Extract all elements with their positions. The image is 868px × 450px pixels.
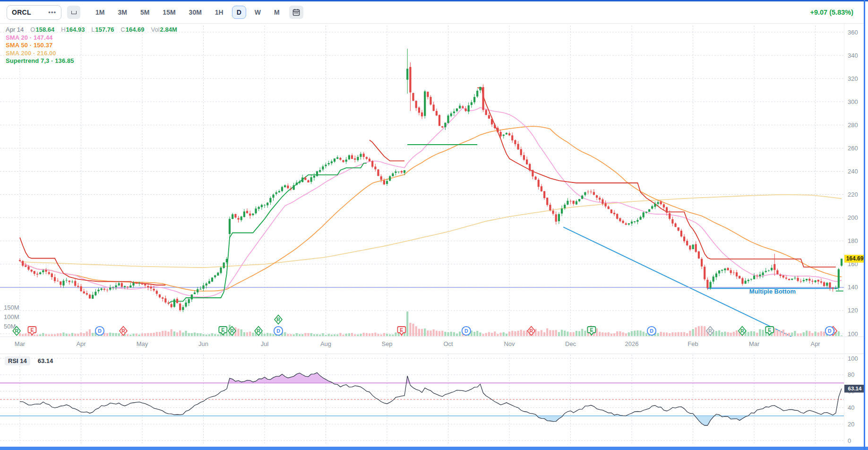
supertrend-down-segment: [20, 237, 165, 285]
time-axis-label[interactable]: Mar: [15, 340, 26, 347]
time-axis-label[interactable]: Nov: [504, 340, 515, 347]
chart-style-icon: [71, 11, 77, 14]
rsi-axis-label: 0: [848, 437, 851, 444]
calendar-button[interactable]: [289, 6, 303, 19]
svg-text:R: R: [257, 328, 260, 334]
time-axis-label[interactable]: Apr: [810, 340, 820, 347]
timeframe-button-15m[interactable]: 15M: [158, 6, 180, 19]
event-marker-d-blue[interactable]: D: [825, 327, 834, 335]
right-accent-line: [864, 0, 865, 450]
time-axis-label[interactable]: Jun: [198, 340, 208, 347]
rsi-axis-label: 20: [848, 421, 854, 428]
price-axis-label: 180: [848, 237, 858, 244]
rsi-axis-label: 40: [848, 404, 854, 411]
top-accent-bar: [0, 0, 868, 1]
time-axis-label[interactable]: Dec: [565, 340, 576, 347]
svg-text:E: E: [221, 327, 224, 333]
volume-axis-label: 50M: [4, 323, 16, 330]
svg-text:D: D: [650, 328, 653, 334]
event-marker-d-blue[interactable]: D: [647, 327, 656, 335]
svg-text:E: E: [30, 327, 34, 333]
rsi-axis-label: 80: [848, 371, 854, 378]
event-marker-d-blue[interactable]: D: [95, 327, 104, 335]
price-axis-label: 300: [848, 98, 858, 105]
event-marker-r-green[interactable]: R: [275, 315, 282, 324]
rsi-last-label: 63.14: [844, 385, 865, 393]
timeframe-button-3m[interactable]: 3M: [113, 6, 131, 19]
axes: 3603403203002802602402202001801601401201…: [0, 24, 864, 444]
charting-app: Multiple Bottom150M100M50MREDRERRRDEDRED…: [0, 0, 868, 450]
symbol-menu-icon[interactable]: •••: [48, 10, 56, 14]
price-axis-label: 200: [848, 214, 858, 221]
svg-text:R: R: [276, 317, 280, 322]
last-price-label: 164.69: [844, 255, 865, 263]
chart-canvas[interactable]: Multiple Bottom150M100M50MREDRERRRDEDRED…: [0, 0, 868, 450]
time-axis-label[interactable]: 2026: [625, 340, 639, 347]
symbol-input[interactable]: ORCL •••: [7, 5, 61, 20]
timeframe-group: 1M3M5M15M30M1HDWM: [91, 6, 284, 19]
event-marker-r-red[interactable]: R: [527, 327, 535, 336]
price-axis-label: 340: [848, 52, 858, 59]
price-axis-label: 220: [848, 191, 858, 198]
price-axis-label: 140: [848, 284, 858, 291]
symbol-text: ORCL: [12, 9, 31, 16]
downtrend-line[interactable]: [563, 227, 791, 337]
svg-text:R: R: [708, 328, 712, 334]
price-axis-label: 240: [848, 168, 858, 175]
svg-text:E: E: [400, 327, 403, 333]
rsi-line: [20, 372, 842, 425]
rsi-axis-label: 100: [848, 355, 858, 362]
calendar-icon: [292, 9, 300, 16]
sma20-line: [20, 108, 842, 297]
svg-text:D: D: [464, 328, 468, 334]
price-change-badge: +9.07 (5.83%): [810, 9, 858, 16]
bottom-scrollbar[interactable]: [0, 447, 868, 450]
svg-text:E: E: [768, 327, 771, 333]
annotation-multiple-bottom[interactable]: Multiple Bottom: [749, 288, 796, 295]
svg-text:D: D: [98, 328, 102, 334]
price-axis-label: 120: [848, 307, 858, 314]
volume-axis-label: 100M: [4, 313, 19, 320]
time-axis-label[interactable]: Oct: [443, 340, 453, 347]
timeframe-button-1m[interactable]: 1M: [91, 6, 109, 19]
svg-text:63.14: 63.14: [848, 386, 862, 391]
rsi-overbought-fill: [20, 372, 842, 425]
rsi-oversold-fill: [20, 372, 842, 425]
supertrend-down-segment: [477, 88, 836, 267]
svg-text:R: R: [230, 328, 234, 334]
price-axis-label: 360: [848, 29, 858, 36]
svg-text:R: R: [15, 328, 18, 334]
svg-text:E: E: [590, 327, 593, 333]
timeframe-button-d[interactable]: D: [232, 6, 246, 19]
timeframe-button-1h[interactable]: 1H: [210, 6, 228, 19]
time-axis-label[interactable]: Mar: [749, 340, 760, 347]
price-axis-label: 320: [848, 75, 858, 82]
svg-text:164.69: 164.69: [846, 255, 864, 262]
supertrend-up-segment: [169, 163, 367, 303]
price-grid: [0, 26, 844, 443]
time-axis-label[interactable]: Aug: [320, 340, 331, 347]
time-axis-label[interactable]: Feb: [688, 340, 698, 347]
toolbar: ORCL ••• 1M3M5M15M30M1HDWM +9.07 (5.83%): [0, 1, 864, 24]
timeframe-button-w[interactable]: W: [250, 6, 266, 19]
time-axis-label[interactable]: Sep: [381, 340, 392, 347]
timeframe-button-30m[interactable]: 30M: [184, 6, 206, 19]
event-marker-r-red[interactable]: R: [120, 327, 127, 336]
svg-text:R: R: [530, 328, 533, 334]
price-axis-label: 280: [848, 121, 858, 129]
time-axis-label[interactable]: Apr: [76, 340, 86, 347]
price-axis-label: 100: [848, 330, 858, 338]
event-marker-d-blue[interactable]: D: [274, 327, 283, 335]
price-axis-label: 260: [848, 145, 858, 152]
timeframe-button-m[interactable]: M: [269, 6, 284, 19]
volume-series: 150M100M50M: [4, 304, 842, 336]
svg-text:D: D: [276, 328, 280, 334]
time-axis-label[interactable]: May: [137, 340, 148, 347]
timeframe-button-5m[interactable]: 5M: [136, 6, 154, 19]
event-marker-d-blue[interactable]: D: [462, 327, 471, 335]
chart-style-button[interactable]: [67, 6, 80, 19]
rsi-panel: 100806040200: [0, 355, 858, 444]
time-axis-label[interactable]: Jul: [261, 340, 269, 347]
svg-text:R: R: [740, 328, 744, 334]
svg-text:D: D: [828, 328, 832, 334]
